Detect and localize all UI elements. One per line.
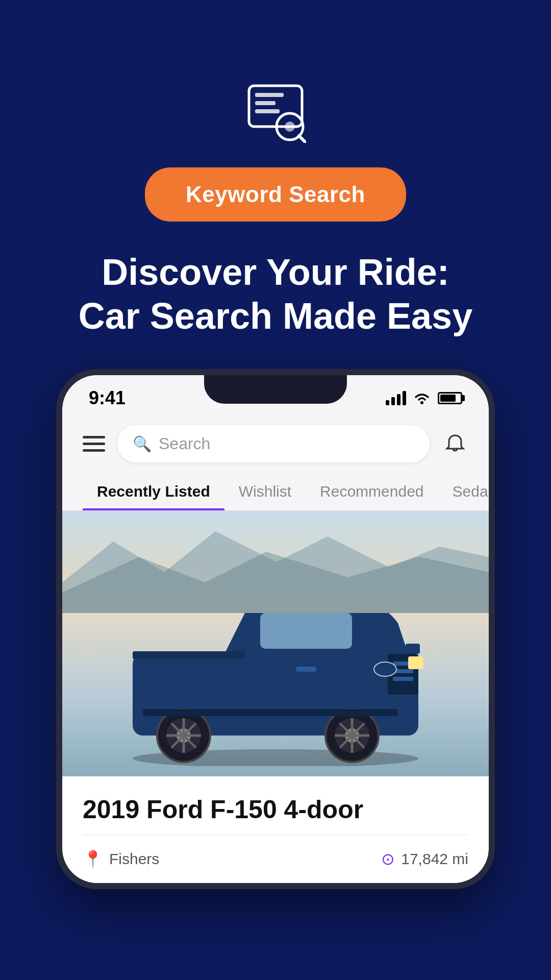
wifi-icon	[413, 391, 431, 405]
svg-rect-11	[260, 613, 352, 649]
search-icon: 🔍	[133, 435, 152, 453]
location-pin-icon: 📍	[83, 849, 103, 869]
svg-point-17	[374, 662, 396, 676]
battery-icon	[438, 392, 462, 404]
status-icons	[386, 391, 462, 405]
tab-recommended[interactable]: Recommended	[306, 473, 438, 510]
app-icon	[245, 82, 306, 143]
search-bar[interactable]: 🔍 Search	[117, 425, 430, 462]
app-header: 🔍 Search	[62, 415, 489, 473]
svg-rect-2	[255, 101, 276, 105]
svg-rect-3	[255, 109, 280, 113]
car-title: 2019 Ford F-150 4-door	[83, 795, 468, 824]
svg-rect-15	[393, 677, 413, 681]
hamburger-menu-icon[interactable]	[83, 436, 105, 452]
phone-screen: 9:41	[62, 375, 489, 883]
keyword-search-button[interactable]: Keyword Search	[145, 167, 406, 222]
tab-wishlist[interactable]: Wishlist	[224, 473, 306, 510]
svg-line-6	[299, 136, 305, 142]
car-mileage: ⊙ 17,842 mi	[381, 849, 468, 869]
car-divider	[83, 835, 468, 835]
car-meta: 📍 Fishers ⊙ 17,842 mi	[83, 849, 468, 869]
svg-rect-0	[249, 86, 302, 127]
hero-section: Keyword Search Discover Your Ride: Car S…	[0, 0, 551, 369]
phone-notch	[204, 375, 347, 404]
status-time: 9:41	[89, 387, 126, 409]
svg-point-7	[420, 401, 423, 404]
tab-sedans[interactable]: Sedans	[438, 473, 489, 510]
car-image	[62, 511, 489, 776]
car-image-background	[62, 511, 489, 776]
hero-title: Discover Your Ride: Car Search Made Easy	[48, 250, 503, 338]
phone-mockup: 9:41	[56, 369, 495, 889]
tabs-row: Recently Listed Wishlist Recommended Sed…	[62, 473, 489, 511]
tab-recently-listed[interactable]: Recently Listed	[83, 473, 224, 510]
svg-rect-16	[408, 656, 423, 669]
svg-point-5	[285, 121, 295, 132]
car-listing-info: 2019 Ford F-150 4-door 📍 Fishers ⊙ 17,84…	[62, 776, 489, 883]
svg-rect-10	[133, 651, 245, 659]
speedometer-icon: ⊙	[381, 849, 395, 869]
bell-icon[interactable]	[442, 430, 468, 457]
svg-rect-1	[255, 93, 284, 97]
phone-frame: 9:41	[56, 369, 495, 889]
search-placeholder: Search	[159, 434, 210, 453]
svg-rect-34	[406, 644, 420, 654]
svg-rect-33	[296, 667, 316, 672]
car-location: 📍 Fishers	[83, 849, 159, 869]
car-mileage-text: 17,842 mi	[401, 850, 468, 868]
svg-rect-32	[143, 709, 398, 716]
car-location-text: Fishers	[109, 850, 159, 868]
signal-bars-icon	[386, 391, 406, 405]
